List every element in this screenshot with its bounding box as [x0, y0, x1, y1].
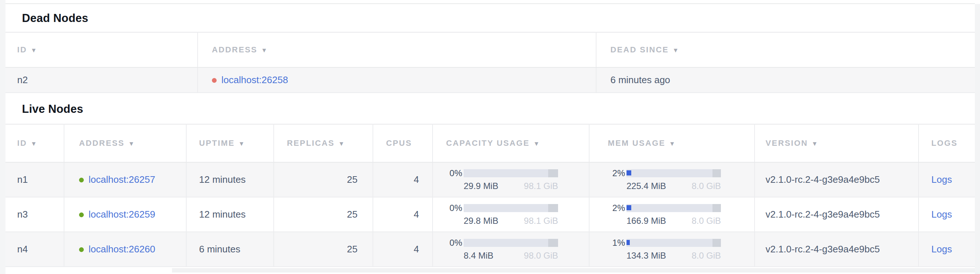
usage-bar-endcap [713, 169, 721, 177]
uptime-cell: 6 minutes [186, 232, 274, 267]
column-header-address[interactable]: ADDRESS▼ [197, 32, 596, 67]
sort-arrow-icon: ▼ [338, 140, 344, 147]
replicas-cell: 25 [274, 162, 373, 197]
live-status-icon [79, 247, 84, 252]
mem-usage-cell: 1% 134.3 MiB 8.0 GiB [589, 232, 754, 267]
column-header-logs: LOGS [918, 124, 975, 162]
column-header-id[interactable]: ID▼ [5, 32, 197, 67]
dead-nodes-table: ID▼ ADDRESS▼ DEAD SINCE▼ n2 localhost:26… [5, 32, 975, 93]
uptime-cell: 12 minutes [186, 197, 274, 232]
mem-usage-meter: 2% 166.9 MiB 8.0 GiB [590, 203, 721, 226]
live-nodes-title: Live Nodes [5, 93, 975, 124]
usage-bar [627, 169, 721, 177]
column-header-dead-since[interactable]: DEAD SINCE▼ [596, 32, 975, 67]
sort-arrow-icon: ▼ [31, 140, 37, 147]
dead-status-icon [212, 78, 216, 83]
version-cell: v2.1.0-rc.2-4-g3e9a4e9bc5 [754, 232, 918, 267]
usage-bar [627, 204, 721, 212]
mem-used-label: 134.3 MiB [627, 250, 666, 261]
cpus-cell: 4 [373, 197, 433, 232]
address-link[interactable]: localhost:26259 [89, 209, 155, 220]
dead-since-cell: 6 minutes ago [596, 67, 975, 93]
usage-bar [464, 169, 558, 177]
sort-arrow-icon: ▼ [128, 140, 134, 147]
live-nodes-body: n1 localhost:26257 12 minutes 25 4 0% 29… [5, 162, 975, 267]
mem-usage-cell: 2% 166.9 MiB 8.0 GiB [589, 197, 754, 232]
capacity-percent: 0% [445, 168, 462, 178]
node-id-cell: n2 [5, 67, 197, 93]
column-header-version[interactable]: VERSION▼ [754, 124, 918, 162]
column-header-id[interactable]: ID▼ [5, 124, 64, 162]
column-header-mem-usage[interactable]: MEM USAGE▼ [589, 124, 754, 162]
capacity-usage-meter: 0% 29.8 MiB 98.1 GiB [433, 203, 558, 226]
capacity-percent: 0% [445, 238, 462, 248]
logs-cell: Logs [918, 197, 975, 232]
nodes-overview-page: Dead Nodes ID▼ ADDRESS▼ DEAD SINCE▼ n2 l… [5, 0, 975, 272]
capacity-usage-cell: 0% 29.8 MiB 98.1 GiB [433, 197, 589, 232]
usage-bar [464, 204, 558, 212]
dead-nodes-title: Dead Nodes [5, 4, 975, 32]
node-address-cell: localhost:26259 [64, 197, 186, 232]
usage-bar-endcap [548, 204, 558, 212]
usage-bar [464, 239, 558, 247]
capacity-used-label: 29.8 MiB [464, 216, 498, 226]
page-right-gutter [975, 4, 980, 274]
node-address-cell: localhost:26260 [64, 232, 186, 267]
mem-used-label: 225.4 MiB [627, 181, 666, 191]
node-id-cell: n1 [5, 162, 64, 197]
capacity-usage-meter: 0% 8.4 MiB 98.0 GiB [433, 238, 558, 261]
logs-link[interactable]: Logs [931, 174, 952, 185]
capacity-used-label: 29.9 MiB [464, 181, 498, 191]
capacity-total-label: 98.0 GiB [524, 250, 558, 261]
uptime-cell: 12 minutes [186, 162, 274, 197]
version-cell: v2.1.0-rc.2-4-g3e9a4e9bc5 [754, 162, 918, 197]
logs-cell: Logs [918, 162, 975, 197]
sort-arrow-icon: ▼ [812, 140, 818, 147]
logs-link[interactable]: Logs [931, 209, 952, 220]
page-left-gutter [0, 0, 5, 274]
capacity-usage-cell: 0% 8.4 MiB 98.0 GiB [433, 232, 589, 267]
column-header-capacity-usage[interactable]: CAPACITY USAGE▼ [433, 124, 589, 162]
column-header-replicas[interactable]: REPLICAS▼ [274, 124, 373, 162]
live-status-icon [79, 212, 84, 217]
mem-used-label: 166.9 MiB [627, 216, 666, 226]
address-link[interactable]: localhost:26257 [89, 174, 155, 185]
capacity-used-label: 8.4 MiB [464, 250, 493, 261]
live-node-row: n3 localhost:26259 12 minutes 25 4 0% 29… [5, 197, 975, 232]
node-address-cell: localhost:26258 [197, 67, 596, 93]
usage-bar-endcap [548, 239, 558, 247]
cpus-cell: 4 [373, 162, 433, 197]
replicas-cell: 25 [274, 232, 373, 267]
column-header-cpus: CPUS [373, 124, 433, 162]
mem-total-label: 8.0 GiB [692, 216, 721, 226]
sort-arrow-icon: ▼ [261, 47, 267, 54]
logs-link[interactable]: Logs [931, 244, 952, 255]
node-address-cell: localhost:26257 [64, 162, 186, 197]
mem-percent: 1% [608, 238, 625, 248]
mem-total-label: 8.0 GiB [692, 250, 721, 261]
version-cell: v2.1.0-rc.2-4-g3e9a4e9bc5 [754, 197, 918, 232]
live-nodes-header-row: ID▼ ADDRESS▼ UPTIME▼ REPLICAS▼ CPUS CAPA… [5, 124, 975, 162]
live-nodes-table: ID▼ ADDRESS▼ UPTIME▼ REPLICAS▼ CPUS CAPA… [5, 124, 975, 267]
mem-percent: 2% [608, 203, 625, 213]
live-status-icon [79, 178, 84, 182]
address-link[interactable]: localhost:26260 [89, 244, 155, 255]
address-link[interactable]: localhost:26258 [221, 74, 288, 85]
sort-arrow-icon: ▼ [673, 47, 679, 54]
usage-bar [627, 239, 721, 247]
capacity-usage-meter: 0% 29.9 MiB 98.1 GiB [433, 168, 558, 191]
sort-arrow-icon: ▼ [239, 140, 245, 147]
cpus-cell: 4 [373, 232, 433, 267]
mem-usage-cell: 2% 225.4 MiB 8.0 GiB [589, 162, 754, 197]
usage-bar-used [627, 170, 631, 175]
usage-bar-endcap [713, 204, 721, 212]
usage-bar-endcap [548, 169, 558, 177]
sort-arrow-icon: ▼ [669, 140, 675, 147]
usage-bar-endcap [713, 239, 721, 247]
node-id-cell: n4 [5, 232, 64, 267]
live-nodes-section: Live Nodes ID▼ ADDRESS▼ UPTIME▼ REPLICAS… [5, 93, 975, 267]
dead-node-row: n2 localhost:26258 6 minutes ago [5, 67, 975, 93]
dead-nodes-section: Dead Nodes ID▼ ADDRESS▼ DEAD SINCE▼ n2 l… [5, 4, 975, 93]
column-header-uptime[interactable]: UPTIME▼ [186, 124, 274, 162]
column-header-address[interactable]: ADDRESS▼ [64, 124, 186, 162]
